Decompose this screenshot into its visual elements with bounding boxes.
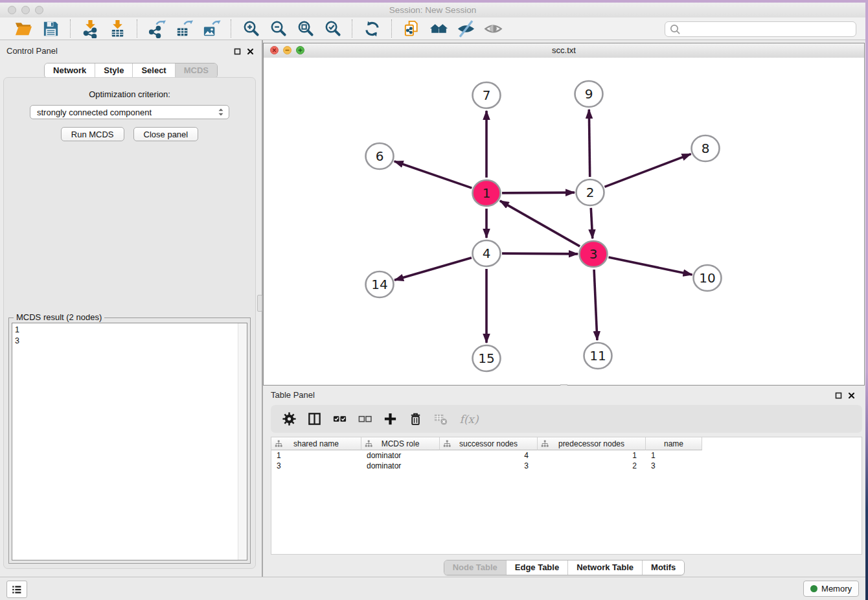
- cell-name[interactable]: 1: [646, 450, 702, 461]
- zoom-selected-icon[interactable]: [323, 19, 342, 38]
- edge-4-14[interactable]: [394, 258, 472, 281]
- zoom-in-icon[interactable]: [241, 19, 260, 38]
- node-4[interactable]: 4: [473, 240, 501, 266]
- network-close-button[interactable]: [270, 46, 279, 54]
- node-9[interactable]: 9: [575, 81, 603, 107]
- tab-network-table[interactable]: Network Table: [568, 560, 643, 575]
- column-header-MCDS-role[interactable]: MCDS role: [361, 437, 440, 450]
- node-15[interactable]: 15: [473, 345, 501, 371]
- cell-MCDS-role[interactable]: dominator: [361, 461, 440, 471]
- node-1[interactable]: 1: [473, 180, 501, 206]
- delete-column-icon[interactable]: [407, 411, 423, 427]
- zoom-out-icon[interactable]: [268, 19, 288, 38]
- window-controls: [8, 6, 43, 14]
- table-row[interactable]: 1dominator411: [271, 450, 862, 461]
- cell-shared-name[interactable]: 1: [271, 450, 361, 461]
- refresh-layout-icon[interactable]: [362, 19, 382, 38]
- table-toolbar: f(x): [271, 405, 862, 433]
- cell-successor-nodes[interactable]: 3: [440, 461, 538, 471]
- edge-1-2[interactable]: [502, 192, 575, 193]
- network-zoom-button[interactable]: [296, 46, 304, 54]
- unselect-all-columns-icon[interactable]: [357, 411, 372, 427]
- node-7[interactable]: 7: [473, 82, 501, 108]
- close-panel-icon[interactable]: [247, 46, 254, 58]
- column-header-predecessor-nodes[interactable]: predecessor nodes: [538, 437, 646, 450]
- network-minimize-button[interactable]: [283, 46, 291, 54]
- column-label: MCDS role: [382, 439, 420, 448]
- export-table-icon[interactable]: [174, 19, 194, 38]
- node-3[interactable]: 3: [580, 241, 608, 267]
- show-graphics-details-icon[interactable]: [483, 19, 503, 38]
- home-restore-view-icon[interactable]: [429, 19, 448, 38]
- search-input[interactable]: [681, 24, 856, 35]
- edge-2-3[interactable]: [591, 208, 592, 238]
- optimization-criterion-select[interactable]: strongly connected component: [30, 105, 229, 119]
- cell-successor-nodes[interactable]: 4: [440, 450, 538, 461]
- window-titlebar[interactable]: Session: New Session: [0, 3, 865, 18]
- network-canvas[interactable]: 1234678910111415: [264, 58, 864, 385]
- network-window-titlebar[interactable]: scc.txt: [264, 43, 864, 58]
- tab-motifs[interactable]: Motifs: [643, 560, 684, 575]
- zoom-fit-icon[interactable]: [295, 19, 315, 38]
- add-column-icon[interactable]: [382, 411, 398, 427]
- desktop-edge-right: [865, 0, 868, 600]
- cell-predecessor-nodes[interactable]: 2: [538, 461, 646, 471]
- select-all-columns-icon[interactable]: [332, 411, 347, 427]
- search-box[interactable]: [665, 21, 856, 37]
- task-history-button[interactable]: [6, 581, 27, 598]
- import-table-icon[interactable]: [108, 19, 127, 38]
- svg-text:6: 6: [376, 148, 384, 164]
- node-6[interactable]: 6: [366, 143, 394, 169]
- cell-predecessor-nodes[interactable]: 1: [538, 450, 646, 461]
- tab-edge-table[interactable]: Edge Table: [507, 560, 568, 575]
- column-header-name[interactable]: name: [646, 437, 702, 450]
- node-14[interactable]: 14: [366, 271, 394, 297]
- tab-select[interactable]: Select: [133, 63, 175, 78]
- result-scrollbar[interactable]: [238, 323, 247, 560]
- status-bar: Memory: [0, 577, 865, 600]
- panel-splitter-vertical[interactable]: [257, 295, 262, 312]
- table-tabs: Node TableEdge TableNetwork TableMotifs: [263, 560, 865, 575]
- close-panel-button[interactable]: Close panel: [133, 127, 199, 141]
- node-8[interactable]: 8: [692, 135, 720, 161]
- tab-network[interactable]: Network: [45, 63, 95, 78]
- cell-shared-name[interactable]: 3: [271, 461, 361, 471]
- close-window-button[interactable]: [8, 6, 16, 14]
- show-columns-icon[interactable]: [306, 411, 322, 427]
- zoom-window-button[interactable]: [35, 6, 43, 14]
- table-row[interactable]: 3dominator323: [271, 461, 862, 471]
- mcds-result-textarea[interactable]: 13: [12, 323, 247, 560]
- tab-style[interactable]: Style: [95, 63, 133, 78]
- save-session-icon[interactable]: [41, 19, 60, 38]
- open-session-icon[interactable]: [14, 19, 33, 38]
- tab-mcds[interactable]: MCDS: [176, 63, 217, 78]
- edge-4-3[interactable]: [502, 253, 578, 254]
- copy-network-view-icon[interactable]: [402, 19, 421, 38]
- node-11[interactable]: 11: [584, 343, 612, 369]
- node-2[interactable]: 2: [577, 179, 604, 205]
- edge-1-6[interactable]: [394, 161, 472, 188]
- export-network-icon[interactable]: [147, 19, 166, 38]
- memory-button[interactable]: Memory: [803, 581, 859, 597]
- float-panel-icon[interactable]: [234, 46, 241, 58]
- tab-node-table[interactable]: Node Table: [444, 560, 507, 575]
- column-header-successor-nodes[interactable]: successor nodes: [440, 437, 538, 450]
- minimize-window-button[interactable]: [21, 6, 30, 14]
- node-10[interactable]: 10: [694, 265, 722, 291]
- table-mode-gear-icon[interactable]: [281, 411, 297, 427]
- cell-MCDS-role[interactable]: dominator: [361, 450, 440, 461]
- run-mcds-button[interactable]: Run MCDS: [61, 127, 124, 141]
- export-image-icon[interactable]: [201, 19, 221, 38]
- cell-name[interactable]: 3: [646, 461, 702, 471]
- edge-3-11[interactable]: [594, 270, 597, 340]
- close-table-panel-icon[interactable]: [848, 390, 855, 402]
- edge-3-1[interactable]: [500, 201, 580, 246]
- edge-2-8[interactable]: [604, 154, 691, 187]
- import-network-icon[interactable]: [80, 19, 100, 38]
- edge-2-9[interactable]: [589, 110, 589, 177]
- hide-graphics-details-icon[interactable]: [456, 19, 475, 38]
- column-header-shared-name[interactable]: shared name: [271, 437, 361, 450]
- float-table-panel-icon[interactable]: [835, 390, 842, 402]
- edge-3-10[interactable]: [608, 257, 692, 275]
- mcds-result-groupbox: MCDS result (2 nodes) 13: [8, 317, 251, 564]
